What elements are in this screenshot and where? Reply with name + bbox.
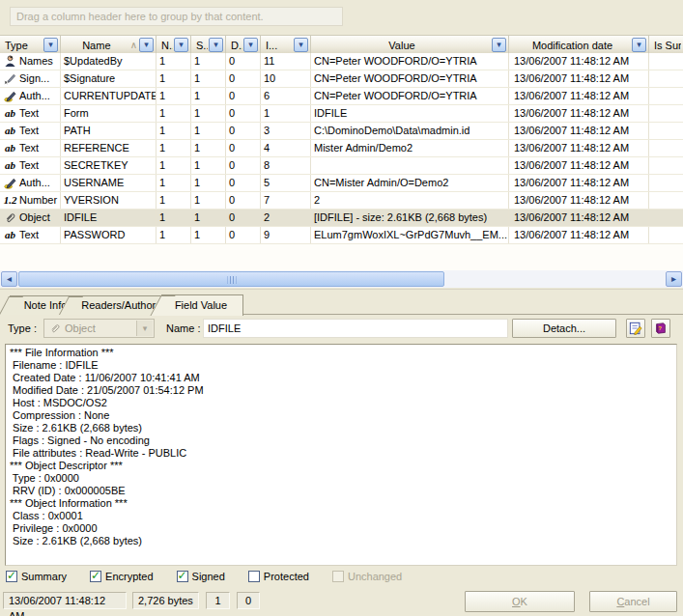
cell-n: 1: [157, 53, 191, 70]
checkbox-label: Protected: [264, 571, 309, 582]
column-header-n[interactable]: N... ▾: [157, 36, 191, 54]
cell-i: 10: [261, 70, 311, 87]
column-label: Is Sum: [651, 40, 681, 51]
edit-document-icon[interactable]: [626, 319, 645, 338]
checkbox-signed[interactable]: ✓Signed: [177, 571, 225, 582]
cell-n: 1: [157, 227, 191, 243]
table-row[interactable]: ObjectIDFILE1102[IDFILE] - size: 2.61KB …: [0, 210, 683, 227]
detach-button[interactable]: Detach...: [512, 319, 616, 338]
scroll-left-icon[interactable]: ◂: [1, 271, 17, 287]
checkbox-label: Signed: [192, 571, 225, 582]
cell-n: 1: [157, 70, 191, 87]
cell-s: 1: [191, 140, 226, 156]
checked-checkbox-icon[interactable]: ✓: [177, 571, 188, 582]
cell-n: 1: [157, 210, 191, 226]
cell-type: abText: [0, 105, 61, 122]
column-header-value[interactable]: Value ▾: [311, 36, 509, 54]
horizontal-scrollbar[interactable]: ◂ ▸: [0, 270, 683, 288]
cell-is-sum: [649, 140, 683, 156]
cell-is-sum: [649, 175, 683, 191]
cell-type: abText: [0, 140, 61, 156]
table-row[interactable]: Sign...$Signature11010CN=Peter WOODFORD/…: [0, 70, 683, 88]
cell-type-label: Text: [19, 105, 39, 122]
column-header-d[interactable]: D... ▾: [226, 36, 261, 54]
cell-i: 7: [261, 192, 311, 209]
table-row[interactable]: abTextPATH1103C:\DominoDemo\Data\madmin.…: [0, 123, 683, 140]
checkbox-protected[interactable]: Protected: [248, 571, 309, 582]
cell-modification-date: 13/06/2007 11:48:12 AM: [509, 88, 649, 104]
cell-name: SECRETKEY: [61, 157, 157, 174]
cell-name: PATH: [61, 123, 157, 139]
help-book-icon[interactable]: ?: [651, 319, 670, 338]
filter-dropdown-icon[interactable]: ▾: [174, 38, 188, 52]
file-information-textarea[interactable]: *** File Information *** Filename : IDFI…: [5, 344, 677, 566]
scroll-right-icon[interactable]: ▸: [666, 271, 682, 287]
cell-type-label: Text: [19, 157, 39, 174]
cell-modification-date: 13/06/2007 11:48:12 AM: [509, 105, 649, 122]
cell-s: 1: [191, 227, 226, 243]
checkmark-icon: ✓: [178, 569, 187, 582]
cell-n: 1: [157, 88, 191, 104]
cell-is-sum: [649, 227, 683, 243]
cell-type: Auth...: [0, 175, 61, 191]
cell-d: 0: [226, 210, 261, 226]
cell-d: 0: [226, 175, 261, 191]
cell-s: 1: [191, 210, 226, 226]
cell-s: 1: [191, 157, 226, 174]
cell-modification-date: 13/06/2007 11:48:12 AM: [509, 140, 649, 156]
column-header-is-sum[interactable]: Is Sum: [649, 36, 683, 54]
cell-type: abText: [0, 123, 61, 139]
table-row[interactable]: abTextForm1101IDFILE13/06/2007 11:48:12 …: [0, 105, 683, 123]
cell-type: abText: [0, 227, 61, 243]
cell-type: Sign...: [0, 70, 61, 87]
filter-dropdown-icon[interactable]: ▾: [209, 38, 223, 52]
cell-d: 0: [226, 157, 261, 174]
table-row[interactable]: Auth...CURRENTUPDATER1106CN=Peter WOODFO…: [0, 88, 683, 105]
table-row[interactable]: 1.2NumberYVERSION1107213/06/2007 11:48:1…: [0, 192, 683, 210]
cell-i: 3: [261, 123, 311, 139]
scrollbar-thumb[interactable]: [18, 271, 444, 287]
cancel-button[interactable]: Cancel: [589, 591, 677, 612]
filter-dropdown-icon[interactable]: ▾: [632, 38, 646, 52]
cell-is-sum: [649, 192, 683, 209]
authors-icon: [3, 177, 17, 190]
checked-checkbox-icon[interactable]: ✓: [6, 571, 17, 582]
tab-bar: Note InfoReaders/AuthorsField Value: [0, 294, 683, 315]
filter-dropdown-icon[interactable]: ▾: [139, 38, 154, 52]
cell-value: CN=Mister Admin/O=Demo2: [311, 175, 509, 191]
group-by-bar[interactable]: Drag a column header here to group by th…: [10, 7, 343, 26]
column-header-s[interactable]: S... ▾: [191, 36, 226, 54]
table-row[interactable]: abTextPASSWORD1109ELum7gmWoxIXL~GrPdG7Mu…: [0, 227, 683, 244]
column-header-i[interactable]: I... ▾: [261, 36, 311, 54]
column-label: D...: [228, 40, 242, 51]
filter-dropdown-icon[interactable]: ▾: [294, 38, 308, 52]
table-row[interactable]: abTextSECRETKEY110813/06/2007 11:48:12 A…: [0, 157, 683, 175]
filter-dropdown-icon[interactable]: ▾: [243, 38, 258, 52]
ok-button[interactable]: OK: [465, 591, 575, 612]
table-row[interactable]: Names$UpdatedBy11011CN=Peter WOODFORD/O=…: [0, 53, 683, 70]
cell-d: 0: [226, 70, 261, 87]
column-header-type[interactable]: Type ▾: [0, 36, 61, 54]
checkbox-encrypted[interactable]: ✓Encrypted: [90, 571, 154, 582]
type-label: Type :: [8, 322, 37, 334]
name-field[interactable]: IDFILE: [203, 319, 508, 338]
table-row[interactable]: Auth...USERNAME1105CN=Mister Admin/O=Dem…: [0, 175, 683, 192]
cell-i: 5: [261, 175, 311, 191]
column-header-modification-date[interactable]: Modification date ▾: [509, 36, 649, 54]
unchecked-checkbox-icon[interactable]: [248, 571, 260, 582]
cell-value: CN=Peter WOODFORD/O=YTRIA: [311, 53, 509, 70]
cell-value: 2: [311, 192, 509, 209]
cell-type: Object: [0, 210, 61, 226]
column-header-name[interactable]: Name ∧ ▾: [61, 36, 157, 54]
cell-s: 1: [191, 175, 226, 191]
filter-dropdown-icon[interactable]: ▾: [43, 38, 58, 52]
checked-checkbox-icon[interactable]: ✓: [90, 571, 101, 582]
checkbox-summary[interactable]: ✓Summary: [6, 571, 67, 582]
names-icon: [3, 55, 17, 69]
cell-modification-date: 13/06/2007 11:48:12 AM: [509, 192, 649, 209]
table-row[interactable]: abTextREFERENCE1104Mister Admin/Demo213/…: [0, 140, 683, 157]
filter-dropdown-icon[interactable]: ▾: [492, 38, 506, 52]
tab-field-value[interactable]: Field Value: [161, 294, 243, 316]
cell-name: REFERENCE: [61, 140, 157, 156]
cell-value: C:\DominoDemo\Data\madmin.id: [311, 123, 509, 139]
